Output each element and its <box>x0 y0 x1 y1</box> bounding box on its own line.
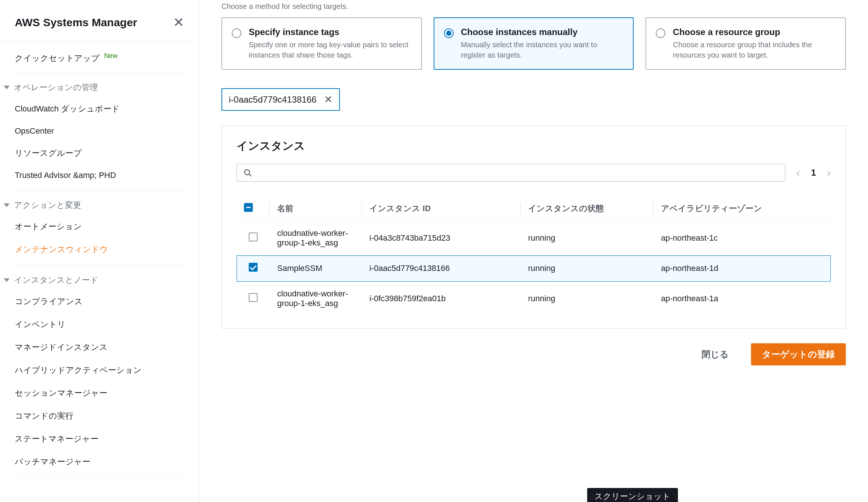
search-input[interactable] <box>237 164 785 182</box>
cell-state: running <box>521 282 654 316</box>
cell-name: cloudnative-worker-group-1-eks_asg <box>270 221 362 255</box>
cancel-button[interactable]: 閉じる <box>690 343 740 365</box>
card-title: Choose a resource group <box>673 27 836 37</box>
sidebar-quick-setup-label: クイックセットアップ <box>15 54 100 63</box>
panel-title: インスタンス <box>237 138 831 154</box>
target-method-cards: Specify instance tags Specify one or mor… <box>221 17 846 70</box>
caret-down-icon <box>4 278 10 282</box>
svg-line-1 <box>249 174 251 176</box>
cell-name: cloudnative-worker-group-1-eks_asg <box>270 282 362 316</box>
cell-id: i-0fc398b759f2ea01b <box>362 282 521 316</box>
sidebar-item[interactable]: セッションマネージャー <box>0 382 199 405</box>
sidebar-section-label: インスタンスとノード <box>14 275 99 286</box>
sidebar-item[interactable]: ハイブリッドアクティベーション <box>0 359 199 382</box>
sidebar-section-header[interactable]: オペレーションの管理 <box>0 73 199 97</box>
svg-point-0 <box>245 170 250 175</box>
radio-icon <box>232 28 241 38</box>
sidebar-item[interactable]: CloudWatch ダッシュボード <box>0 97 199 120</box>
card-title: Specify instance tags <box>249 27 411 37</box>
sidebar: AWS Systems Manager ✕ クイックセットアップ New オペレ… <box>0 0 199 502</box>
divider <box>15 478 184 478</box>
cell-az: ap-northeast-1a <box>654 282 831 316</box>
sidebar-quick-setup[interactable]: クイックセットアップ New <box>15 42 184 73</box>
footer: 閉じる ターゲットの登録 <box>221 329 846 380</box>
chevron-right-icon[interactable]: › <box>827 166 831 179</box>
page-number: 1 <box>811 168 816 178</box>
sidebar-item[interactable]: パッチマネージャー <box>0 450 199 473</box>
target-method-card[interactable]: Specify instance tags Specify one or mor… <box>221 17 422 70</box>
radio-icon <box>444 28 454 38</box>
token-remove-icon[interactable]: ✕ <box>324 93 333 106</box>
token-label: i-0aac5d779c4138166 <box>229 94 317 105</box>
sidebar-item[interactable]: Trusted Advisor &amp; PHD <box>0 165 199 186</box>
col-header-name[interactable]: 名前 <box>270 196 362 221</box>
card-desc: Specify one or more tag key-value pairs … <box>249 39 411 60</box>
sidebar-item[interactable]: オートメーション <box>0 215 199 238</box>
search-row: ‹ 1 › <box>237 164 831 182</box>
sidebar-item[interactable]: メンテナンスウィンドウ <box>0 238 199 261</box>
table-row[interactable]: cloudnative-worker-group-1-eks_asg i-04a… <box>237 221 831 255</box>
sidebar-title: AWS Systems Manager <box>15 16 137 29</box>
cell-az: ap-northeast-1d <box>654 255 831 282</box>
chevron-left-icon[interactable]: ‹ <box>796 166 800 179</box>
instance-token[interactable]: i-0aac5d779c4138166 ✕ <box>221 88 340 111</box>
col-header-az[interactable]: アベイラビリティーゾーン <box>654 196 831 221</box>
col-header-state[interactable]: インスタンスの状態 <box>521 196 654 221</box>
search-icon <box>244 169 252 177</box>
hint-text: Choose a method for selecting targets. <box>221 0 846 17</box>
main-content: Choose a method for selecting targets. S… <box>199 0 868 502</box>
sidebar-item[interactable]: コンプライアンス <box>0 290 199 313</box>
new-badge: New <box>104 52 117 59</box>
cell-az: ap-northeast-1c <box>654 221 831 255</box>
sidebar-section-header[interactable]: インスタンスとノード <box>0 266 199 290</box>
row-checkbox[interactable] <box>249 233 258 241</box>
table-row[interactable]: SampleSSM i-0aac5d779c4138166 running ap… <box>237 255 831 282</box>
sidebar-item[interactable]: ステートマネージャー <box>0 427 199 450</box>
row-checkbox[interactable] <box>249 293 258 302</box>
sidebar-section-header[interactable]: アクションと変更 <box>0 191 199 215</box>
cell-state: running <box>521 255 654 282</box>
target-method-card[interactable]: Choose a resource group Choose a resourc… <box>645 17 846 70</box>
caret-down-icon <box>4 203 10 207</box>
card-desc: Manually select the instances you want t… <box>461 39 624 60</box>
sidebar-item[interactable]: リソースグループ <box>0 142 199 165</box>
sidebar-item[interactable]: マネージドインスタンス <box>0 336 199 359</box>
cell-state: running <box>521 221 654 255</box>
sidebar-item[interactable]: コマンドの実行 <box>0 405 199 427</box>
instances-panel: インスタンス ‹ 1 › 名前 インスタンス ID インスタンスの状態 アベイラ… <box>221 126 846 329</box>
cell-id: i-0aac5d779c4138166 <box>362 255 521 282</box>
target-method-card[interactable]: Choose instances manually Manually selec… <box>434 17 634 70</box>
card-title: Choose instances manually <box>461 27 624 37</box>
col-header-id[interactable]: インスタンス ID <box>362 196 521 221</box>
sidebar-header: AWS Systems Manager ✕ <box>0 15 199 42</box>
radio-icon <box>656 28 665 38</box>
submit-button[interactable]: ターゲットの登録 <box>751 343 846 365</box>
caret-down-icon <box>4 86 10 89</box>
card-text: Choose instances manually Manually selec… <box>461 27 624 60</box>
close-icon[interactable]: ✕ <box>173 15 184 30</box>
row-checkbox[interactable] <box>249 263 258 272</box>
sidebar-item[interactable]: OpsCenter <box>0 120 199 142</box>
screenshot-tooltip: スクリーンショット <box>587 488 678 502</box>
card-desc: Choose a resource group that includes th… <box>673 39 836 60</box>
sidebar-section-label: アクションと変更 <box>14 200 81 211</box>
table-row[interactable]: cloudnative-worker-group-1-eks_asg i-0fc… <box>237 282 831 316</box>
sidebar-item[interactable]: インベントリ <box>0 313 199 336</box>
cell-name: SampleSSM <box>270 255 362 282</box>
instances-table: 名前 インスタンス ID インスタンスの状態 アベイラビリティーゾーン clou… <box>237 196 831 316</box>
pagination: ‹ 1 › <box>796 166 831 179</box>
card-text: Choose a resource group Choose a resourc… <box>673 27 836 60</box>
select-all-checkbox[interactable] <box>244 203 253 212</box>
sidebar-section-label: オペレーションの管理 <box>14 82 98 93</box>
card-text: Specify instance tags Specify one or mor… <box>249 27 411 60</box>
cell-id: i-04a3c8743ba715d23 <box>362 221 521 255</box>
